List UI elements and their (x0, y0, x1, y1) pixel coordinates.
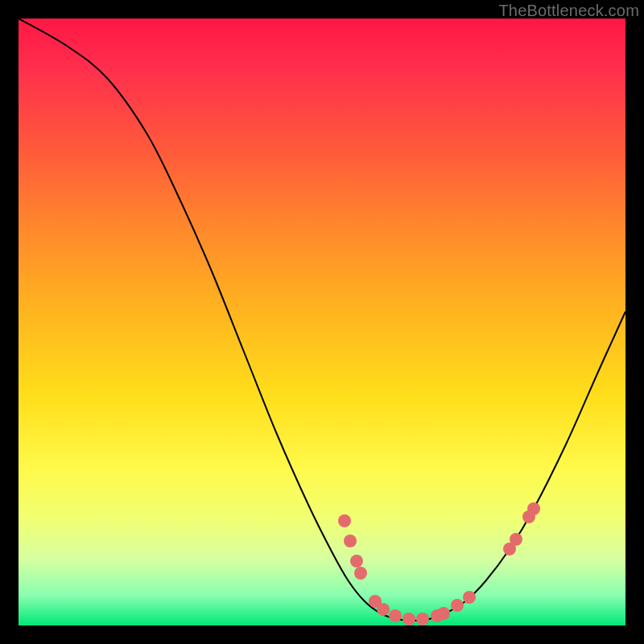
data-marker (402, 613, 415, 625)
data-marker-group (338, 502, 540, 625)
data-marker (338, 514, 351, 527)
data-marker (354, 567, 367, 580)
data-marker (344, 535, 357, 547)
data-marker (389, 609, 402, 622)
data-marker (451, 599, 464, 612)
bottleneck-curve (19, 19, 625, 621)
watermark-text: TheBottleneck.com (498, 2, 639, 20)
bottleneck-chart (19, 19, 625, 625)
data-marker (377, 603, 390, 616)
data-marker (437, 607, 450, 620)
data-marker (510, 533, 522, 546)
data-marker (463, 591, 476, 604)
data-marker (416, 613, 429, 625)
data-marker (350, 555, 363, 568)
data-marker (527, 502, 540, 515)
